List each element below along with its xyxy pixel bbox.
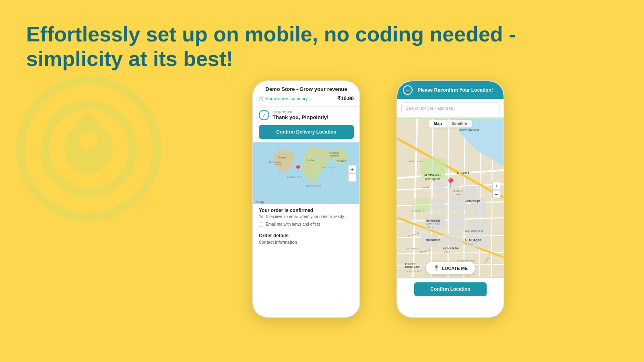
- price: ₹10.90: [337, 95, 354, 101]
- map-credit-google: Google: [256, 201, 265, 204]
- svg-rect-53: [449, 214, 464, 229]
- svg-point-3: [80, 132, 97, 150]
- back-arrow-btn[interactable]: ←: [403, 85, 413, 95]
- order-summary-label: Show order summary: [266, 96, 308, 101]
- svg-text:Arabian Sea: Arabian Sea: [287, 176, 302, 179]
- svg-text:Thailand: Thailand: [336, 160, 347, 162]
- svg-rect-56: [443, 234, 462, 246]
- svg-text:Souq Waqif: Souq Waqif: [464, 200, 480, 203]
- search-bar-area: Search for your address...: [397, 99, 504, 117]
- svg-text:AL NAJADA: AL NAJADA: [443, 247, 459, 250]
- zoom-in-btn-right[interactable]: +: [492, 182, 500, 190]
- headline-line2: simplicity at its best!: [26, 47, 618, 71]
- email-checkbox[interactable]: [259, 222, 263, 226]
- check-circle-icon: ✓: [259, 110, 269, 120]
- right-top-bar: ← Please Reconfirm Your Location!: [397, 81, 504, 99]
- order-confirm-row: ✓ Order #1031 Thank you, Pinpointly!: [253, 107, 359, 123]
- svg-text:Dhow Harbour: Dhow Harbour: [459, 128, 479, 132]
- svg-text:Wadi Msheireb St: Wadi Msheireb St: [464, 230, 483, 232]
- svg-text:AL BIDA ASH: AL BIDA ASH: [424, 174, 441, 177]
- svg-text:MSHEIREIB: MSHEIREIB: [426, 219, 440, 222]
- svg-rect-49: [431, 198, 445, 210]
- confirmed-section: Your order is confirmed You'll receive a…: [253, 204, 359, 246]
- phone-left: Demo Store - Grow your revenue 🛒 Show or…: [252, 80, 360, 318]
- svg-text:DOHA: DOHA: [427, 226, 434, 228]
- order-number: Order #1031: [272, 110, 328, 114]
- svg-text:الشرقية: الشرقية: [422, 186, 429, 189]
- confirm-delivery-btn[interactable]: Confirm Delivery Location: [259, 125, 354, 139]
- svg-text:Al Rayyan Rd: Al Rayyan Rd: [411, 210, 424, 212]
- svg-text:(Burma): (Burma): [330, 154, 339, 157]
- search-input[interactable]: Search for your address...: [401, 102, 500, 114]
- map-tab-satellite[interactable]: Satellite: [447, 120, 472, 128]
- svg-text:India: India: [307, 158, 314, 162]
- right-bottom-bar: Confirm Location: [397, 278, 504, 300]
- map-pin-left: 📍: [293, 165, 302, 173]
- svg-text:SHARQIYAH: SHARQIYAH: [425, 177, 440, 181]
- right-top-title: Please Reconfirm Your Location!: [413, 87, 498, 93]
- cart-icon: 🛒: [259, 96, 264, 101]
- thank-you-text: Thank you, Pinpointly!: [272, 114, 328, 120]
- right-map: Dhow Harbour Al Corniche AL BIDA ASH SHA…: [397, 117, 504, 278]
- check-icon: ✓: [262, 112, 266, 118]
- map-tabs: Map Satellite: [429, 120, 472, 128]
- svg-text:DOWNTOWN: DOWNTOWN: [426, 223, 441, 225]
- order-row: 🛒 Show order summary ⌄ ₹10.90: [259, 95, 354, 101]
- svg-text:Gulf of Aden: Gulf of Aden: [269, 161, 282, 163]
- svg-text:Yemen: Yemen: [275, 163, 282, 166]
- svg-text:AL SOUQ: AL SOUQ: [453, 190, 463, 192]
- confirmed-title: Your order is confirmed: [259, 208, 354, 213]
- svg-line-37: [448, 119, 449, 277]
- map-zoom-controls-right: + −: [492, 182, 500, 198]
- svg-text:AL JASRA: AL JASRA: [457, 172, 470, 175]
- headline: Effortlessly set up on mobile, no coding…: [26, 22, 618, 72]
- order-details-title: Order details: [259, 230, 354, 239]
- svg-point-8: [315, 178, 319, 185]
- store-title: Demo Store - Grow your revenue: [259, 86, 354, 92]
- svg-text:AL MURQAB: AL MURQAB: [464, 239, 481, 242]
- svg-text:ABDUL AZIZ: ABDUL AZIZ: [405, 266, 420, 269]
- map-zoom-controls-left: + −: [348, 165, 356, 181]
- order-summary-link[interactable]: 🛒 Show order summary ⌄: [259, 96, 313, 101]
- zoom-out-btn-left[interactable]: −: [348, 173, 356, 181]
- left-map: Arabian Sea Bay of Bengal Laccadive Sea …: [253, 142, 359, 204]
- svg-text:فريج عبد العزيز: فريج عبد العزيز: [406, 269, 422, 272]
- phone-left-inner: Demo Store - Grow your revenue 🛒 Show or…: [253, 81, 359, 317]
- chevron-down-icon: ⌄: [309, 96, 313, 101]
- phones-container: Demo Store - Grow your revenue 🛒 Show or…: [137, 80, 620, 318]
- email-label: Email me with news and offers: [266, 222, 320, 226]
- locate-me-label: LOCATE ME: [442, 266, 468, 271]
- svg-rect-46: [433, 182, 445, 192]
- map-pin-right: 📍: [445, 178, 456, 188]
- zoom-out-btn-right[interactable]: −: [492, 190, 500, 198]
- confirmed-sub: You'll receive an email when your order …: [259, 214, 354, 219]
- zoom-in-btn-left[interactable]: +: [348, 165, 356, 173]
- svg-text:Myanmar: Myanmar: [329, 152, 339, 154]
- svg-text:FEREEJ: FEREEJ: [405, 263, 415, 265]
- svg-text:Bay of Bengal: Bay of Bengal: [320, 166, 335, 169]
- contact-info: Contact information: [259, 240, 354, 245]
- phone-right: ← Please Reconfirm Your Location! Search…: [396, 80, 504, 318]
- locate-me-btn[interactable]: 📍 LOCATE ME: [426, 262, 475, 274]
- svg-text:المرقاب: المرقاب: [465, 243, 474, 245]
- locate-icon: 📍: [433, 265, 440, 271]
- svg-text:MUSHERIB: MUSHERIB: [426, 239, 441, 242]
- confirm-location-btn[interactable]: Confirm Location: [414, 282, 486, 296]
- svg-text:Mousa Bin Nusair: Mousa Bin Nusair: [457, 259, 476, 262]
- svg-text:القديم: القديم: [456, 193, 461, 195]
- left-top-bar: Demo Store - Grow your revenue 🛒 Show or…: [253, 81, 359, 107]
- svg-rect-50: [449, 196, 466, 210]
- headline-line1: Effortlessly set up on mobile, no coding…: [26, 22, 618, 47]
- svg-text:Al Corniche: Al Corniche: [409, 160, 422, 162]
- svg-text:Laccadive Sea: Laccadive Sea: [305, 185, 321, 187]
- order-text: Order #1031 Thank you, Pinpointly!: [272, 110, 328, 120]
- svg-text:الجادة: الجادة: [444, 251, 450, 253]
- back-arrow-icon: ←: [405, 87, 411, 93]
- map-tab-map[interactable]: Map: [429, 120, 447, 128]
- email-row: Email me with news and offers: [259, 222, 354, 226]
- phone-right-inner: ← Please Reconfirm Your Location! Search…: [397, 81, 504, 317]
- svg-text:Al Alamah St: Al Alamah St: [407, 247, 420, 250]
